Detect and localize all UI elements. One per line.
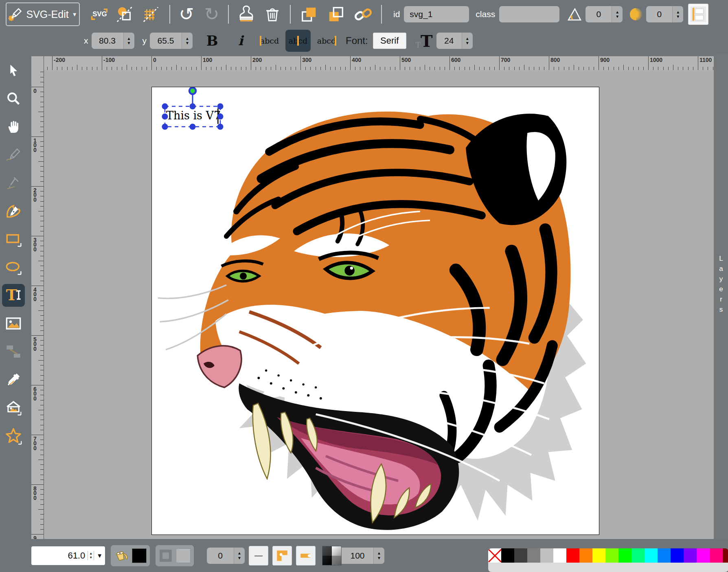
palette-swatch[interactable]: [671, 548, 684, 563]
palette-swatch[interactable]: [566, 548, 579, 563]
spin-down-icon[interactable]: ▼: [185, 41, 189, 46]
tool-eyedropper[interactable]: [4, 370, 23, 389]
text-anchor-middle-button[interactable]: abcd: [285, 30, 311, 52]
rotate-handle[interactable]: [189, 88, 196, 94]
id-input[interactable]: svg_1: [404, 6, 469, 22]
zoom-widget[interactable]: 61.0 ▲ ▼ ▼: [31, 546, 105, 565]
palette-swatch[interactable]: [658, 548, 671, 563]
tool-image[interactable]: [4, 314, 23, 333]
opacity-gradient-icon[interactable]: [322, 546, 342, 565]
canvas-text-element[interactable]: This is V7: [166, 109, 221, 122]
spin-up-icon[interactable]: ▲: [127, 36, 131, 41]
selection-handle-sw[interactable]: [162, 124, 168, 130]
x-spinner[interactable]: ▲ ▼: [123, 33, 134, 49]
palette-swatch[interactable]: [553, 548, 566, 563]
stroke-color-swatch[interactable]: [176, 548, 191, 563]
spin-up-icon[interactable]: ▲: [185, 36, 189, 41]
spin-up-icon[interactable]: ▲: [615, 10, 619, 15]
palette-swatch[interactable]: [527, 548, 540, 563]
tool-rect[interactable]: [4, 230, 23, 249]
selection-handle-ne[interactable]: [217, 103, 224, 110]
y-spinner[interactable]: ▲ ▼: [182, 33, 193, 49]
palette-swatch[interactable]: [618, 548, 632, 563]
main-menu-button[interactable]: SVG-Edit ▼: [6, 2, 80, 26]
tool-line[interactable]: [4, 174, 23, 192]
blur-spinner[interactable]: ▲ ▼: [672, 6, 683, 22]
editor-preferences-button[interactable]: [139, 4, 162, 24]
stroke-color-widget[interactable]: [156, 545, 194, 566]
source-editor-button[interactable]: SVG: [89, 5, 110, 24]
font-size-input[interactable]: 24 ▲ ▼: [436, 33, 473, 49]
spin-down-icon[interactable]: ▼: [615, 14, 619, 19]
selection-handle-n[interactable]: [190, 103, 196, 110]
palette-swatch[interactable]: [540, 548, 553, 563]
angle-input[interactable]: 0 ▲ ▼: [585, 6, 623, 22]
bold-button[interactable]: B: [203, 31, 221, 51]
palette-swatch[interactable]: [592, 548, 605, 563]
selection-handle-w[interactable]: [162, 114, 168, 120]
delete-button[interactable]: [261, 4, 283, 25]
tool-shape-library[interactable]: [4, 398, 23, 417]
palette-swatch-none[interactable]: [488, 548, 501, 563]
stroke-width-input[interactable]: 0 ▲ ▼: [207, 548, 245, 564]
svg-canvas[interactable]: This is V7: [151, 87, 599, 535]
palette-swatch[interactable]: [697, 548, 710, 563]
move-to-top-button[interactable]: [298, 4, 320, 25]
spin-down-icon[interactable]: ▼: [127, 41, 131, 46]
tool-pencil[interactable]: [4, 145, 23, 164]
tool-text[interactable]: T: [2, 284, 25, 307]
palette-swatch[interactable]: [723, 548, 728, 563]
fill-color-swatch[interactable]: [132, 548, 147, 563]
spin-down-icon[interactable]: ▼: [237, 556, 241, 561]
zoom-dropdown-icon[interactable]: ▼: [96, 552, 103, 559]
palette-swatch[interactable]: [605, 548, 618, 563]
fill-color-widget[interactable]: [111, 545, 150, 566]
palette-swatch[interactable]: [684, 548, 697, 563]
spin-down-icon[interactable]: ▼: [89, 556, 92, 560]
linecap-button[interactable]: [296, 546, 316, 565]
class-input[interactable]: [499, 6, 559, 22]
spin-down-icon[interactable]: ▼: [377, 556, 381, 561]
palette-swatch[interactable]: [501, 548, 514, 563]
selection-handle-se[interactable]: [217, 124, 224, 130]
clone-button[interactable]: [235, 4, 257, 25]
tool-star[interactable]: [4, 427, 23, 445]
palette-swatch[interactable]: [579, 548, 592, 563]
font-size-spinner[interactable]: ▲ ▼: [462, 33, 473, 49]
palette-swatch[interactable]: [632, 548, 645, 563]
angle-spinner[interactable]: ▲ ▼: [612, 6, 623, 22]
tool-path[interactable]: [4, 202, 23, 220]
spin-up-icon[interactable]: ▲: [676, 10, 680, 15]
palette-swatch[interactable]: [514, 548, 527, 563]
zoom-spinner[interactable]: ▲ ▼: [88, 551, 94, 560]
palette-swatch[interactable]: [710, 548, 723, 563]
tool-zoom[interactable]: [4, 89, 23, 108]
opacity-spinner[interactable]: ▲ ▼: [373, 548, 384, 564]
spin-up-icon[interactable]: ▲: [377, 551, 381, 556]
opacity-input[interactable]: 100 ▲ ▼: [342, 548, 384, 564]
y-input[interactable]: 65.5 ▲ ▼: [150, 33, 193, 49]
move-to-bottom-button[interactable]: [325, 4, 347, 25]
italic-button[interactable]: i: [233, 31, 248, 51]
tool-select[interactable]: [4, 61, 23, 80]
undo-button[interactable]: ↺: [176, 4, 197, 25]
selection-handle-e[interactable]: [217, 114, 224, 120]
layers-panel-tab[interactable]: Layers: [714, 53, 728, 539]
tool-ellipse[interactable]: [4, 258, 23, 277]
redo-button[interactable]: ↻: [201, 4, 222, 25]
spin-up-icon[interactable]: ▲: [465, 36, 469, 41]
text-anchor-end-button[interactable]: abcd: [314, 30, 339, 52]
x-input[interactable]: 80.3 ▲ ▼: [92, 33, 134, 49]
workspace[interactable]: This is V7: [44, 70, 714, 539]
selection-handle-s[interactable]: [190, 124, 196, 130]
align-panel-button[interactable]: [688, 4, 708, 25]
spin-up-icon[interactable]: ▲: [89, 552, 92, 556]
spin-up-icon[interactable]: ▲: [237, 551, 241, 556]
tool-connector[interactable]: [4, 342, 23, 361]
selection-handle-nw[interactable]: [162, 103, 168, 110]
spin-down-icon[interactable]: ▼: [465, 41, 469, 46]
make-link-button[interactable]: [352, 4, 375, 25]
palette-swatch[interactable]: [645, 548, 658, 563]
stroke-width-spinner[interactable]: ▲ ▼: [234, 548, 245, 564]
font-family-select[interactable]: Serif: [373, 33, 406, 49]
